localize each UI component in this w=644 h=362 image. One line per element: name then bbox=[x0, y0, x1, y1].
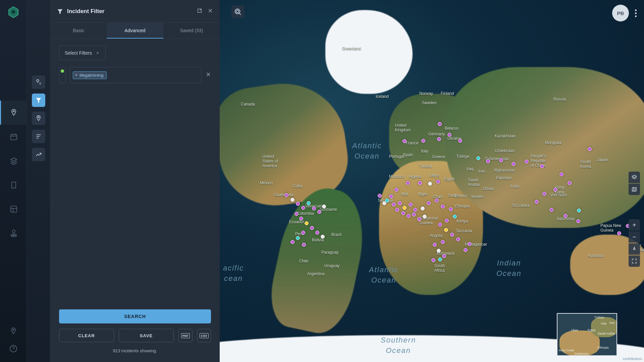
nav-help[interactable] bbox=[9, 345, 17, 354]
incident-marker[interactable] bbox=[418, 181, 422, 185]
incident-marker[interactable] bbox=[401, 211, 405, 215]
incident-marker[interactable] bbox=[428, 182, 432, 186]
incident-marker[interactable] bbox=[559, 172, 564, 176]
incident-marker[interactable] bbox=[389, 194, 393, 198]
filter-tag-input[interactable]: × illegalmining bbox=[70, 67, 202, 83]
incident-marker[interactable] bbox=[542, 192, 546, 196]
incident-marker[interactable] bbox=[486, 159, 490, 163]
incident-marker[interactable] bbox=[476, 156, 480, 160]
incident-marker[interactable] bbox=[296, 202, 300, 206]
incident-marker[interactable] bbox=[310, 226, 314, 230]
incident-marker[interactable] bbox=[435, 198, 439, 202]
incident-marker[interactable] bbox=[445, 219, 449, 223]
incident-marker[interactable] bbox=[409, 202, 413, 206]
incident-marker[interactable] bbox=[317, 210, 321, 214]
export-csv-button[interactable]: CSV bbox=[197, 329, 211, 342]
incident-marker[interactable] bbox=[576, 219, 580, 223]
incident-marker[interactable] bbox=[392, 202, 396, 206]
incident-marker[interactable] bbox=[456, 237, 460, 241]
tab-saved[interactable]: Saved (33) bbox=[163, 23, 220, 39]
incident-marker[interactable] bbox=[427, 201, 431, 205]
more-menu-button[interactable] bbox=[632, 7, 639, 20]
incident-marker[interactable] bbox=[444, 228, 448, 232]
remove-tag-icon[interactable]: × bbox=[75, 73, 77, 77]
incident-marker[interactable] bbox=[312, 206, 316, 210]
incident-marker[interactable] bbox=[441, 240, 445, 244]
export-pdf-button[interactable]: PDF bbox=[178, 329, 193, 342]
incident-marker[interactable] bbox=[553, 188, 557, 192]
app-logo[interactable] bbox=[7, 6, 19, 20]
tool-location[interactable] bbox=[32, 112, 45, 125]
zoom-out-button[interactable] bbox=[629, 231, 640, 243]
incident-marker[interactable] bbox=[413, 208, 417, 212]
filter-tag[interactable]: × illegalmining bbox=[73, 71, 107, 79]
incident-marker[interactable] bbox=[296, 236, 300, 240]
incident-marker[interactable] bbox=[407, 214, 411, 218]
incident-marker[interactable] bbox=[421, 139, 425, 143]
incident-marker[interactable] bbox=[564, 214, 568, 218]
nav-layers[interactable] bbox=[0, 149, 27, 173]
incident-marker[interactable] bbox=[402, 206, 407, 210]
incident-marker[interactable] bbox=[302, 243, 306, 247]
clear-button[interactable]: CLEAR bbox=[59, 329, 114, 342]
incident-marker[interactable] bbox=[322, 204, 326, 208]
tab-basic[interactable]: Basic bbox=[50, 23, 107, 39]
incident-marker[interactable] bbox=[438, 122, 442, 126]
incident-marker[interactable] bbox=[577, 208, 581, 213]
incident-marker[interactable] bbox=[406, 181, 410, 185]
remove-filter-row-button[interactable] bbox=[206, 72, 211, 78]
nav-dashboard[interactable] bbox=[0, 197, 27, 221]
incident-marker[interactable] bbox=[402, 139, 407, 143]
filter-color-selector[interactable] bbox=[59, 67, 66, 83]
incident-marker[interactable] bbox=[321, 235, 325, 239]
close-panel-button[interactable] bbox=[208, 8, 213, 15]
incident-marker[interactable] bbox=[423, 215, 427, 219]
incident-marker[interactable] bbox=[464, 248, 468, 252]
incident-marker[interactable] bbox=[294, 212, 299, 216]
incident-marker[interactable] bbox=[394, 188, 398, 192]
incident-marker[interactable] bbox=[442, 254, 446, 258]
incident-marker[interactable] bbox=[468, 242, 472, 246]
incident-marker[interactable] bbox=[512, 162, 516, 166]
incident-marker[interactable] bbox=[450, 233, 454, 237]
nav-calendar[interactable] bbox=[0, 125, 27, 149]
incident-marker[interactable] bbox=[617, 231, 621, 235]
incident-marker[interactable] bbox=[395, 208, 399, 212]
tool-filter[interactable] bbox=[32, 94, 45, 107]
incident-marker[interactable] bbox=[421, 206, 425, 210]
incident-marker[interactable] bbox=[301, 231, 305, 235]
nav-map[interactable] bbox=[0, 101, 27, 125]
incident-marker[interactable] bbox=[441, 204, 445, 208]
incident-marker[interactable] bbox=[549, 208, 553, 212]
incident-marker[interactable] bbox=[315, 231, 319, 235]
user-avatar[interactable]: PB bbox=[612, 5, 629, 21]
incident-marker[interactable] bbox=[290, 240, 294, 244]
incident-marker[interactable] bbox=[588, 147, 592, 151]
incident-marker[interactable] bbox=[540, 164, 544, 168]
incident-marker[interactable] bbox=[438, 223, 442, 227]
incident-marker[interactable] bbox=[438, 257, 442, 261]
incident-marker[interactable] bbox=[458, 139, 462, 143]
incident-marker[interactable] bbox=[525, 160, 529, 164]
incident-marker[interactable] bbox=[433, 243, 437, 247]
map-layers-button[interactable] bbox=[629, 172, 640, 183]
incident-marker[interactable] bbox=[453, 215, 457, 219]
incident-marker[interactable] bbox=[284, 193, 288, 197]
zoom-in-button[interactable] bbox=[629, 219, 640, 231]
incident-marker[interactable] bbox=[499, 158, 503, 162]
incident-marker[interactable] bbox=[385, 198, 389, 202]
incident-marker[interactable] bbox=[437, 137, 441, 141]
incident-marker[interactable] bbox=[305, 221, 309, 225]
tool-trend[interactable] bbox=[32, 148, 45, 161]
save-button[interactable]: SAVE bbox=[119, 329, 174, 342]
incident-marker[interactable] bbox=[398, 201, 402, 205]
nav-geo-layers[interactable] bbox=[0, 221, 27, 245]
map-search-button[interactable] bbox=[231, 5, 244, 18]
nav-building[interactable] bbox=[0, 173, 27, 197]
incident-marker[interactable] bbox=[568, 181, 572, 185]
incident-marker[interactable] bbox=[412, 213, 416, 217]
incident-marker[interactable] bbox=[535, 200, 539, 204]
tool-bars[interactable] bbox=[32, 130, 45, 143]
incident-marker[interactable] bbox=[431, 258, 435, 262]
incident-marker[interactable] bbox=[299, 217, 303, 221]
